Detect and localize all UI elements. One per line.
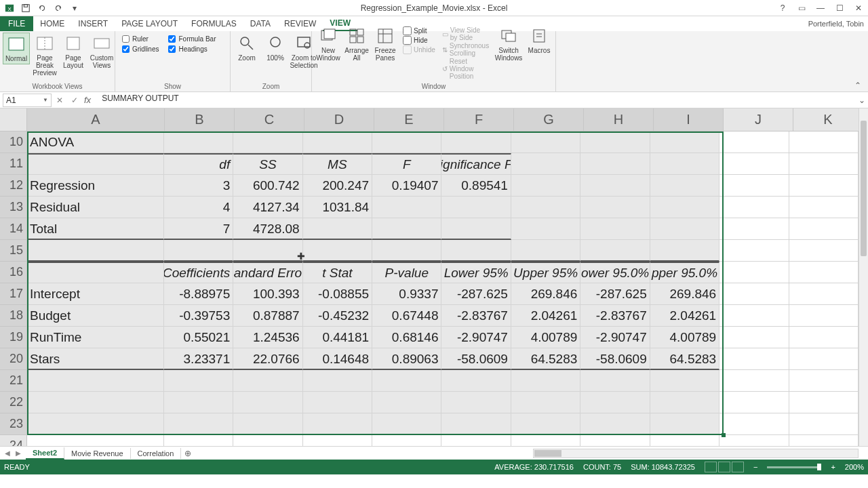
cell-B15[interactable]: [164, 240, 233, 262]
cell-A14[interactable]: Total: [27, 218, 164, 240]
unhide-button[interactable]: Unhide: [403, 45, 435, 54]
cell-B16[interactable]: Coefficients: [164, 262, 233, 283]
cell-C18[interactable]: 0.87887: [233, 305, 302, 327]
cell-F16[interactable]: Lower 95%: [441, 262, 511, 283]
cell-B20[interactable]: 3.23371: [164, 348, 233, 370]
cell-K16[interactable]: [789, 262, 859, 283]
zoom-level[interactable]: 200%: [845, 463, 864, 471]
cell-K24[interactable]: [789, 435, 859, 446]
cell-K15[interactable]: [789, 240, 859, 262]
vertical-scrollbar[interactable]: [859, 108, 868, 446]
cell-C12[interactable]: 600.742: [233, 175, 302, 197]
collapse-ribbon-icon[interactable]: ⌃: [854, 81, 864, 90]
cell-C16[interactable]: andard Erro: [233, 262, 302, 283]
cell-K14[interactable]: [789, 218, 859, 240]
cell-J24[interactable]: [719, 435, 789, 446]
row-header-10[interactable]: 10: [0, 131, 27, 153]
zoom-slider[interactable]: [767, 466, 821, 468]
cell-A24[interactable]: [27, 435, 164, 446]
cell-H21[interactable]: [580, 370, 650, 392]
col-header-C[interactable]: C: [235, 108, 304, 131]
cell-E17[interactable]: 0.9337: [372, 283, 441, 305]
cell-I19[interactable]: 4.00789: [650, 327, 719, 348]
cell-I13[interactable]: [650, 197, 719, 218]
cell-E19[interactable]: 0.68146: [372, 327, 441, 348]
col-header-I[interactable]: I: [654, 108, 724, 131]
maximize-icon[interactable]: ☐: [830, 1, 849, 15]
qat-customize-icon[interactable]: ▾: [68, 1, 81, 15]
cell-F15[interactable]: [441, 240, 511, 262]
col-header-K[interactable]: K: [793, 108, 863, 131]
cell-D14[interactable]: [303, 218, 372, 240]
zoom-100-button[interactable]: 100%: [262, 33, 289, 63]
cell-K23[interactable]: [789, 413, 859, 435]
cell-G19[interactable]: 4.00789: [511, 327, 580, 348]
cell-C13[interactable]: 4127.34: [233, 197, 302, 218]
cell-K21[interactable]: [789, 370, 859, 392]
cell-C14[interactable]: 4728.08: [233, 218, 302, 240]
cell-I11[interactable]: [650, 153, 719, 175]
cell-F17[interactable]: -287.625: [441, 283, 511, 305]
cell-D16[interactable]: t Stat: [303, 262, 372, 283]
cell-K17[interactable]: [789, 283, 859, 305]
cell-K22[interactable]: [789, 392, 859, 413]
cell-I10[interactable]: [650, 131, 719, 153]
cell-D15[interactable]: [303, 240, 372, 262]
help-icon[interactable]: ?: [773, 1, 792, 15]
view-normal-icon[interactable]: [705, 462, 717, 472]
cell-J14[interactable]: [719, 218, 789, 240]
cell-F10[interactable]: [441, 131, 511, 153]
zoom-in-icon[interactable]: +: [831, 463, 835, 471]
cell-A22[interactable]: [27, 392, 164, 413]
cell-H10[interactable]: [580, 131, 650, 153]
freeze-panes-button[interactable]: Freeze Panes: [372, 25, 399, 63]
cell-J12[interactable]: [719, 175, 789, 197]
arrange-all-button[interactable]: Arrange All: [343, 25, 370, 63]
cell-E11[interactable]: F: [372, 153, 441, 175]
cell-I24[interactable]: [650, 435, 719, 446]
cell-F22[interactable]: [441, 392, 511, 413]
sheet-prev-icon[interactable]: ◀: [3, 449, 12, 458]
cell-E23[interactable]: [372, 413, 441, 435]
cell-F14[interactable]: [441, 218, 511, 240]
row-header-20[interactable]: 20: [0, 348, 27, 370]
expand-formula-icon[interactable]: ⌄: [859, 96, 868, 105]
cell-C24[interactable]: [233, 435, 302, 446]
cell-I21[interactable]: [650, 370, 719, 392]
row-header-21[interactable]: 21: [0, 370, 27, 392]
cell-F13[interactable]: [441, 197, 511, 218]
cell-C22[interactable]: [233, 392, 302, 413]
row-header-14[interactable]: 14: [0, 218, 27, 240]
cell-E16[interactable]: P-value: [372, 262, 441, 283]
cell-E21[interactable]: [372, 370, 441, 392]
cell-A12[interactable]: Regression: [27, 175, 164, 197]
cell-C15[interactable]: [233, 240, 302, 262]
cell-I12[interactable]: [650, 175, 719, 197]
col-header-B[interactable]: B: [165, 108, 235, 131]
col-header-H[interactable]: H: [584, 108, 654, 131]
tab-file[interactable]: FILE: [0, 16, 33, 31]
cell-F11[interactable]: ignificance F: [441, 153, 511, 175]
row-header-23[interactable]: 23: [0, 413, 27, 435]
col-header-J[interactable]: J: [724, 108, 793, 131]
zoom-out-icon[interactable]: −: [753, 463, 757, 471]
user-name[interactable]: Porterfield, Tobin: [808, 20, 864, 28]
page-break-button[interactable]: Page Break Preview: [31, 33, 58, 78]
cell-B11[interactable]: df: [164, 153, 233, 175]
normal-view-button[interactable]: Normal: [3, 33, 30, 64]
cell-G24[interactable]: [511, 435, 580, 446]
cell-G23[interactable]: [511, 413, 580, 435]
cell-J10[interactable]: [719, 131, 789, 153]
cell-K18[interactable]: [789, 305, 859, 327]
cell-F19[interactable]: -2.90747: [441, 327, 511, 348]
cell-G21[interactable]: [511, 370, 580, 392]
cell-D23[interactable]: [303, 413, 372, 435]
cell-B21[interactable]: [164, 370, 233, 392]
cell-B18[interactable]: -0.39753: [164, 305, 233, 327]
custom-views-button[interactable]: Custom Views: [88, 33, 115, 70]
cell-D19[interactable]: 0.44181: [303, 327, 372, 348]
cell-K20[interactable]: [789, 348, 859, 370]
cell-K10[interactable]: [789, 131, 859, 153]
formula-input[interactable]: SUMMARY OUTPUT: [98, 94, 859, 107]
column-headers[interactable]: ABCDEFGHIJK: [27, 108, 863, 131]
